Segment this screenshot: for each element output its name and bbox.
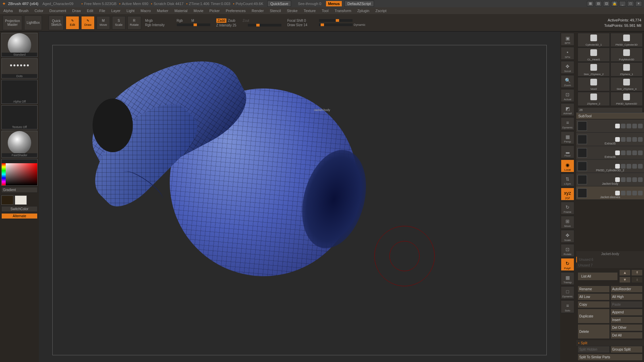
menu-movie[interactable]: Movie bbox=[194, 9, 203, 13]
rtool-floor[interactable]: ▂Floor bbox=[561, 145, 574, 158]
subtool-extract6[interactable]: Extract6 bbox=[576, 146, 644, 160]
maximize-button[interactable]: □ bbox=[627, 1, 634, 6]
arrow-down-button[interactable]: ▼ bbox=[619, 277, 631, 283]
delete-button[interactable]: Delete bbox=[578, 324, 610, 339]
rtool-dynamic[interactable]: □Dynamic bbox=[561, 286, 574, 299]
menu-alpha[interactable]: Alpha bbox=[3, 9, 13, 13]
list-all-button[interactable]: List All bbox=[578, 272, 618, 281]
rgb-label[interactable]: Rgb bbox=[177, 19, 190, 22]
rename-button[interactable]: Rename bbox=[578, 286, 610, 293]
autoreorder-button[interactable]: AutoReorder bbox=[610, 286, 643, 293]
swatch-primary[interactable] bbox=[15, 195, 27, 205]
tool-zsphere_1[interactable]: ZSphere_1 bbox=[610, 62, 643, 76]
menu-picker[interactable]: Picker bbox=[209, 9, 220, 13]
menu-file[interactable]: File bbox=[99, 9, 105, 13]
alternate-button[interactable]: Alternate bbox=[1, 213, 38, 219]
title-btn-1[interactable]: ⊞ bbox=[587, 1, 594, 6]
menu-document[interactable]: Document bbox=[49, 9, 66, 13]
rtool-lsym[interactable]: ⇅LSym bbox=[561, 174, 574, 186]
menu-render[interactable]: Render bbox=[252, 9, 264, 13]
arrow-up-button[interactable]: ▲ bbox=[619, 269, 631, 276]
menu-texture[interactable]: Texture bbox=[304, 9, 316, 13]
rtool-xz[interactable]: xyz(x)Z bbox=[561, 188, 574, 200]
move-down-button[interactable]: ↡ bbox=[631, 277, 643, 283]
edit-button[interactable]: ✎Edit bbox=[66, 16, 79, 29]
all-high-button[interactable]: All High bbox=[610, 293, 643, 300]
menu-tool[interactable]: Tool bbox=[322, 9, 328, 13]
focal-shift-slider[interactable] bbox=[319, 19, 353, 22]
subtool-header[interactable]: SubTool bbox=[576, 113, 644, 119]
tool-cl_head1[interactable]: CL_Head1 bbox=[578, 48, 610, 62]
alpha-thumbnail[interactable]: Alpha Off bbox=[1, 80, 38, 104]
duplicate-button[interactable]: Duplicate bbox=[578, 309, 610, 323]
menu-transform[interactable]: Transform bbox=[334, 9, 351, 13]
tool-skin_zsphere_4[interactable]: Skin_ZSphere_4 bbox=[610, 77, 643, 91]
menu-material[interactable]: Material bbox=[174, 9, 187, 13]
tool-vest2[interactable]: Vest2 bbox=[578, 77, 610, 91]
rtool-aahalf[interactable]: ◩AAHalf bbox=[561, 103, 574, 116]
menu-edit[interactable]: Edit bbox=[87, 9, 93, 13]
rtool-dynamic[interactable]: ≡Dynamic bbox=[561, 117, 574, 130]
rtool-persp[interactable]: ▦Persp bbox=[561, 131, 574, 144]
zsub-button[interactable]: Zsub bbox=[228, 19, 241, 22]
menu-stencil[interactable]: Stencil bbox=[270, 9, 281, 13]
stroke-thumbnail[interactable]: Dots bbox=[1, 58, 38, 78]
menus-button[interactable]: Menus bbox=[326, 1, 342, 6]
rtool-frame[interactable]: ↻Frame bbox=[561, 202, 574, 215]
m-label[interactable]: M bbox=[192, 19, 198, 22]
minimize-button[interactable]: _ bbox=[619, 1, 626, 6]
rgb-intensity-slider[interactable] bbox=[177, 23, 210, 26]
tool-skin_zsphere_2[interactable]: Skin_ZSphere_2 bbox=[578, 62, 610, 76]
del-other-button[interactable]: Del Other bbox=[610, 324, 643, 331]
see-through[interactable]: See-through 0 bbox=[298, 2, 321, 6]
rtool-zoom[interactable]: 🔍Zoom bbox=[561, 75, 574, 88]
menu-zplugin[interactable]: Zplugin bbox=[357, 9, 369, 13]
default-zscript[interactable]: DefaultZScript bbox=[344, 1, 374, 7]
menu-light[interactable]: Light bbox=[126, 9, 135, 13]
rtool-spix[interactable]: •SPix bbox=[561, 47, 574, 60]
active-tool-row[interactable]: 28 Jacket-body bbox=[578, 107, 643, 113]
mrgb-label[interactable]: Mrgb bbox=[145, 19, 175, 22]
subtool-jacketbody[interactable]: Jacket-body bbox=[576, 173, 644, 186]
tool-pm3d_cylinder3d[interactable]: PM3D_Cylinder3D bbox=[610, 33, 643, 47]
all-low-button[interactable]: All Low bbox=[578, 293, 610, 300]
append-button[interactable]: Append bbox=[610, 309, 643, 316]
subtool-jacketsleeves[interactable]: Jacket-sleeves bbox=[576, 186, 644, 200]
del-all-button[interactable]: Del All bbox=[610, 332, 643, 339]
menu-marker[interactable]: Marker bbox=[157, 9, 168, 13]
tool-pm3d_sphere3d[interactable]: PM3D_Sphere3D bbox=[610, 92, 643, 106]
swatch-secondary[interactable] bbox=[1, 195, 13, 205]
rtool-transp[interactable]: ▦Transp bbox=[561, 272, 574, 285]
dynamic-label[interactable]: Dynamic bbox=[354, 23, 371, 26]
menu-color[interactable]: Color bbox=[35, 9, 43, 13]
zcut-button[interactable]: Zcut bbox=[243, 19, 256, 22]
rtool-solo[interactable]: ≡Solo bbox=[561, 300, 574, 313]
close-button[interactable]: × bbox=[635, 1, 642, 6]
rtool-scroll[interactable]: ✥Scroll bbox=[561, 61, 574, 74]
viewport[interactable] bbox=[39, 32, 560, 362]
menu-draw[interactable]: Draw bbox=[72, 9, 81, 13]
color-picker[interactable] bbox=[1, 159, 38, 186]
rtool-local[interactable]: ◉Local bbox=[561, 160, 574, 172]
brush-thumbnail[interactable]: Standard bbox=[1, 33, 38, 57]
zadd-button[interactable]: Zadd bbox=[216, 18, 227, 23]
draw-size-slider[interactable] bbox=[319, 23, 353, 26]
menu-brush[interactable]: Brush bbox=[19, 9, 29, 13]
groups-split-button[interactable]: Groups Split bbox=[610, 346, 643, 353]
rtool-bpr[interactable]: ▣BPR bbox=[561, 33, 574, 46]
menu-zscript[interactable]: Zscript bbox=[375, 9, 386, 13]
rtool-move[interactable]: ⊞Move bbox=[561, 216, 574, 229]
switch-color-button[interactable]: SwitchColor bbox=[1, 206, 38, 212]
rotate-button[interactable]: RRotate bbox=[127, 16, 141, 29]
scale-button[interactable]: SScale bbox=[112, 16, 125, 29]
rtool-rotate[interactable]: ⊡Rotate bbox=[561, 244, 574, 257]
title-btn-4[interactable]: 🔒 bbox=[611, 1, 618, 6]
gradient-button[interactable]: Gradient bbox=[1, 187, 38, 193]
menu-preferences[interactable]: Preferences bbox=[226, 9, 246, 13]
tool-cylinder3d_1[interactable]: Cylinder3D_1 bbox=[578, 33, 610, 47]
quicksave-button[interactable]: QuickSave bbox=[267, 1, 291, 7]
paste-button[interactable]: Paste bbox=[610, 301, 643, 308]
insert-button[interactable]: Insert bbox=[610, 316, 643, 323]
subtool-extract5[interactable]: Extract5 bbox=[576, 133, 644, 146]
menu-layer[interactable]: Layer bbox=[111, 9, 121, 13]
